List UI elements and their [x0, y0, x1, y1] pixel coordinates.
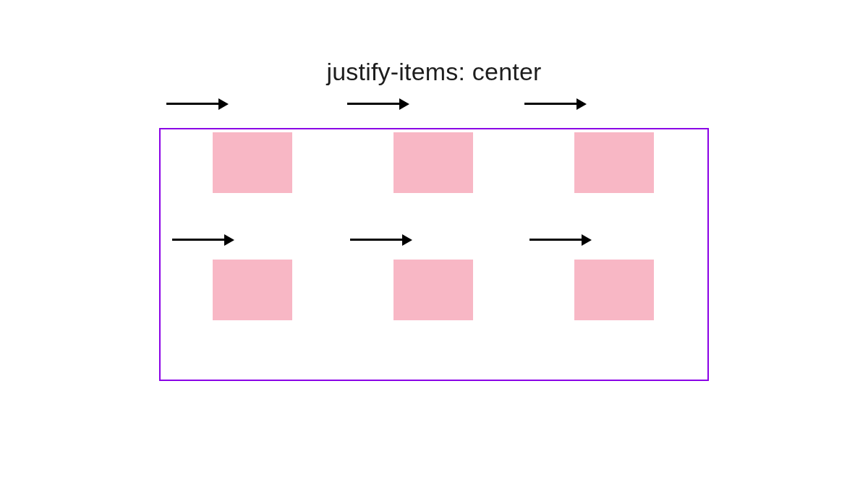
- diagram-title: justify-items: center: [159, 58, 709, 86]
- arrow-right-icon: [350, 232, 415, 247]
- grid-item: [574, 260, 654, 320]
- diagram: justify-items: center: [159, 58, 709, 381]
- grid-item: [213, 260, 292, 320]
- top-arrow-row: [159, 96, 709, 121]
- arrow-right-icon: [172, 232, 237, 247]
- grid-container: [159, 128, 709, 381]
- arrow-right-icon: [529, 232, 595, 247]
- grid-item: [213, 132, 292, 193]
- arrow-right-icon: [347, 96, 412, 111]
- grid-item: [393, 260, 473, 320]
- grid-item: [393, 132, 473, 193]
- arrow-right-icon: [166, 96, 231, 111]
- grid-item: [574, 132, 654, 193]
- arrow-right-icon: [524, 96, 590, 111]
